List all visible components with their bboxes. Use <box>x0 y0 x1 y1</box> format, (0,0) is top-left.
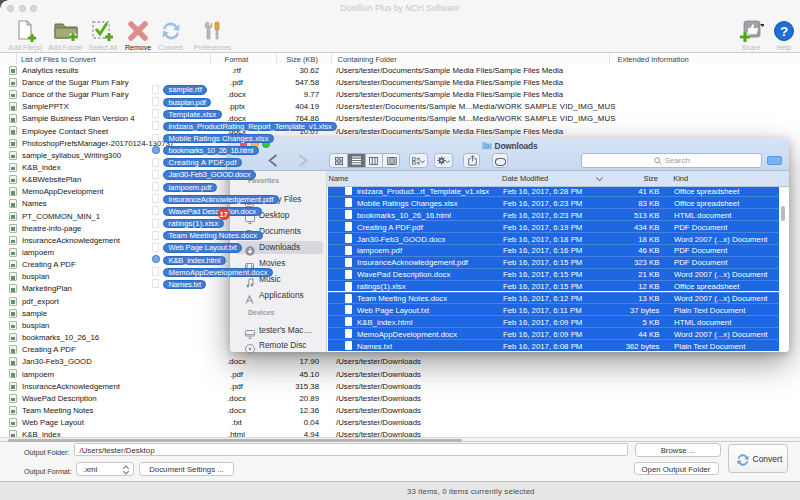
svg-text:?: ? <box>780 24 788 39</box>
